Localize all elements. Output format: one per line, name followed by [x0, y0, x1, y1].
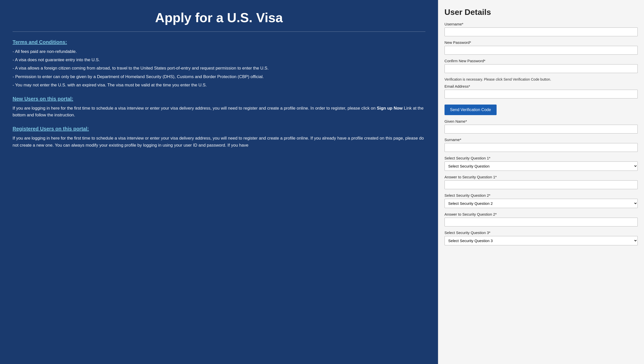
surname-group: Surname*	[445, 138, 638, 152]
email-input[interactable]	[445, 90, 638, 98]
security-q2-select[interactable]: Select Security Question 2What is your f…	[445, 199, 638, 208]
left-panel: Apply for a U.S. Visa Terms and Conditio…	[0, 0, 438, 364]
terms-bullet: - A visa allows a foreign citizen coming…	[13, 65, 425, 72]
send-verification-button[interactable]: Send Verification Code	[445, 105, 497, 115]
terms-bullet: - Permission to enter can only be given …	[13, 73, 425, 80]
form-title: User Details	[445, 8, 638, 17]
given-name-label: Given Name*	[445, 119, 638, 123]
terms-bullet: - You may not enter the U.S. with an exp…	[13, 82, 425, 88]
registered-paragraph: If you are logging in here for the first…	[13, 135, 425, 148]
email-label: Email Address*	[445, 84, 638, 88]
terms-bullet: - A visa does not guarantee entry into t…	[13, 56, 425, 63]
surname-input[interactable]	[445, 143, 638, 152]
confirm-password-group: Confirm New Password*	[445, 59, 638, 73]
surname-label: Surname*	[445, 138, 638, 142]
security-q3-group: Select Security Question 3* Select Secur…	[445, 230, 638, 245]
verification-note: Verification is necessary. Please click …	[445, 77, 638, 82]
terms-title: Terms and Conditions:	[13, 39, 425, 45]
username-group: Username*	[445, 22, 638, 36]
given-name-group: Given Name*	[445, 119, 638, 134]
terms-bullets: - All fees paid are non-refundable.- A v…	[13, 48, 425, 88]
confirm-password-input[interactable]	[445, 64, 638, 73]
given-name-input[interactable]	[445, 125, 638, 134]
security-q2-group: Select Security Question 2* Select Secur…	[445, 193, 638, 208]
right-panel: User Details Username* New Password* Con…	[438, 0, 644, 364]
answer-q2-group: Answer to Security Question 2*	[445, 212, 638, 226]
security-q1-select[interactable]: Select Security QuestionWhat is your mot…	[445, 161, 638, 171]
registered-title: Registered Users on this portal:	[13, 126, 425, 132]
password-input[interactable]	[445, 46, 638, 55]
security-q1-group: Select Security Question 1* Select Secur…	[445, 156, 638, 171]
security-q1-label: Select Security Question 1*	[445, 156, 638, 160]
new-users-title: New Users on this portal:	[13, 96, 425, 102]
terms-bullet: - All fees paid are non-refundable.	[13, 48, 425, 55]
security-q2-label: Select Security Question 2*	[445, 193, 638, 197]
new-users-paragraph: If you are logging in here for the first…	[13, 105, 425, 118]
confirm-password-label: Confirm New Password*	[445, 59, 638, 63]
answer-q2-label: Answer to Security Question 2*	[445, 212, 638, 216]
username-label: Username*	[445, 22, 638, 26]
security-q3-label: Select Security Question 3*	[445, 230, 638, 235]
password-label: New Password*	[445, 40, 638, 45]
answer-q1-input[interactable]	[445, 180, 638, 189]
answer-q1-label: Answer to Security Question 1*	[445, 175, 638, 179]
page-title: Apply for a U.S. Visa	[13, 10, 425, 32]
email-group: Email Address*	[445, 84, 638, 98]
password-group: New Password*	[445, 40, 638, 55]
security-q3-select[interactable]: Select Security Question 3What is your f…	[445, 236, 638, 245]
answer-q2-input[interactable]	[445, 218, 638, 226]
username-input[interactable]	[445, 27, 638, 36]
answer-q1-group: Answer to Security Question 1*	[445, 175, 638, 189]
